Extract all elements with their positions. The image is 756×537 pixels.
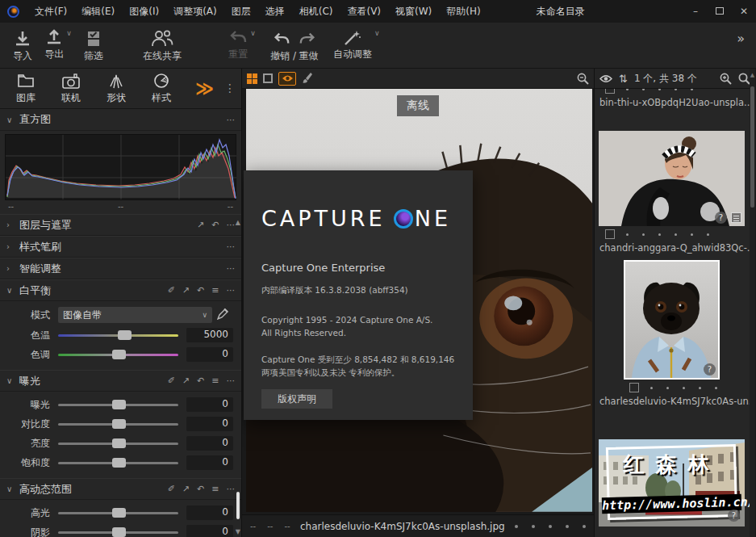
- brightness-slider[interactable]: [58, 438, 178, 449]
- share-button[interactable]: 在线共享: [139, 24, 186, 66]
- histogram-more-icon[interactable]: ···: [227, 115, 236, 124]
- scroll-up-icon[interactable]: ▲: [750, 72, 755, 78]
- scroll-up-icon[interactable]: ▲: [236, 219, 240, 226]
- copyright-notice-button[interactable]: 版权声明: [261, 389, 332, 409]
- wb-wand-icon[interactable]: ✐: [168, 286, 175, 295]
- panel-options-button[interactable]: ⋮: [224, 86, 236, 91]
- export-dropdown-icon[interactable]: ∨: [66, 29, 72, 37]
- saturation-value[interactable]: 0: [186, 455, 233, 470]
- hdr-wand-icon[interactable]: ✐: [168, 485, 175, 493]
- contrast-value[interactable]: 0: [186, 417, 233, 431]
- reset-dropdown-icon[interactable]: ∨: [250, 29, 256, 37]
- thumb-meta-row[interactable]: [605, 89, 755, 95]
- hdr-copy-icon[interactable]: ↗: [182, 485, 190, 493]
- thumbnail-charlesdeluvio-selected[interactable]: ?: [624, 260, 720, 380]
- left-panel-scrollbar[interactable]: ▲ ▼: [236, 219, 240, 535]
- rating-dots[interactable]: [626, 89, 693, 90]
- panel-expand-button[interactable]: ≫: [195, 78, 211, 99]
- undo-icon[interactable]: [273, 31, 290, 47]
- exposure-slider[interactable]: [58, 399, 178, 410]
- shadow-value[interactable]: 0: [186, 525, 233, 537]
- style-brush-section-header[interactable]: › 样式笔刷 ···: [0, 236, 241, 258]
- highlight-value[interactable]: 0: [186, 506, 233, 520]
- exposure-value[interactable]: 0: [186, 397, 233, 412]
- select-checkbox[interactable]: [605, 229, 615, 239]
- tab-shapes[interactable]: 形状: [94, 72, 139, 105]
- auto-adjust-dropdown-icon[interactable]: ∨: [374, 29, 380, 37]
- wb-eyedropper-icon[interactable]: [212, 308, 233, 323]
- proof-view-button[interactable]: [278, 72, 296, 86]
- hdr-section-header[interactable]: ∨ 高动态范围 ✐ ↗ ↶ ≡ ···: [0, 478, 241, 500]
- exposure-reset-icon[interactable]: ↶: [197, 376, 204, 385]
- reset-button[interactable]: 重置 ∨: [224, 24, 260, 66]
- tab-styles[interactable]: 样式: [139, 72, 184, 105]
- zoom-thumbnails-icon[interactable]: [720, 73, 732, 85]
- menu-window[interactable]: 视窗(W): [388, 0, 439, 23]
- zoom-fit-icon[interactable]: [577, 73, 589, 85]
- sort-icon[interactable]: ⇅: [619, 73, 628, 85]
- rating-dots[interactable]: [515, 525, 586, 528]
- thumb-filename[interactable]: chandri-anggara-Q_ahwid83Qc-...: [599, 242, 755, 254]
- eye-filter-icon[interactable]: [599, 74, 612, 83]
- metadata-badge-icon[interactable]: [731, 212, 741, 223]
- exposure-section-header[interactable]: ∨ 曝光 ✐ ↗ ↶ ≡ ···: [0, 370, 241, 392]
- tab-library[interactable]: 图库: [3, 72, 48, 105]
- rating-dots[interactable]: [650, 387, 717, 389]
- white-balance-section-header[interactable]: ∨ 白平衡 ✐ ↗ ↶ ≡ ···: [0, 279, 241, 301]
- wb-temp-slider[interactable]: [58, 329, 178, 341]
- layers-section-header[interactable]: › 图层与遮罩 ↗ ↶ ···: [0, 214, 241, 236]
- menu-file[interactable]: 文件(F): [27, 0, 74, 23]
- menu-edit[interactable]: 编辑(E): [74, 0, 122, 23]
- menu-help[interactable]: 帮助(H): [439, 0, 487, 23]
- redo-icon[interactable]: [299, 31, 316, 47]
- exposure-copy-icon[interactable]: ↗: [182, 376, 190, 385]
- wb-temp-value[interactable]: 5000: [186, 328, 233, 342]
- shadow-slider[interactable]: [58, 527, 178, 537]
- undo-redo-button[interactable]: 撤销 / 重做: [260, 24, 329, 66]
- import-button[interactable]: 导入: [5, 24, 40, 66]
- auto-adjust-button[interactable]: 自动调整 ∨: [329, 24, 384, 66]
- single-view-icon[interactable]: [263, 73, 273, 83]
- brush-icon[interactable]: [302, 72, 313, 85]
- hdr-more-icon[interactable]: ···: [227, 485, 236, 493]
- viewer-canvas[interactable]: 离线 CAPTURE NE Capture One Enterprise 内部编…: [242, 89, 594, 514]
- wb-presets-icon[interactable]: ≡: [211, 286, 219, 295]
- scrollbar-thumb[interactable]: [750, 86, 754, 208]
- menu-layers[interactable]: 图层: [224, 0, 258, 23]
- wb-copy-icon[interactable]: ↗: [182, 286, 190, 295]
- histogram-header[interactable]: ∨ 直方图 ···: [0, 109, 241, 131]
- exposure-presets-icon[interactable]: ≡: [211, 376, 219, 385]
- select-checkbox[interactable]: [605, 89, 615, 94]
- thumbnail-building[interactable]: 红森林 http://www.hoslin.cn/ ?: [599, 439, 745, 527]
- contrast-slider[interactable]: [58, 418, 178, 430]
- export-button[interactable]: 导出 ∨: [40, 24, 76, 66]
- wb-mode-select[interactable]: 图像自带 ∨: [58, 307, 212, 323]
- scrollbar-thumb[interactable]: [236, 492, 240, 519]
- question-badge-icon[interactable]: ?: [715, 212, 727, 224]
- close-button[interactable]: ✕: [732, 0, 756, 23]
- smart-adjust-section-header[interactable]: › 智能调整 ···: [0, 258, 241, 279]
- wb-more-icon[interactable]: ···: [227, 286, 236, 295]
- layers-copy-icon[interactable]: ↗: [197, 220, 204, 229]
- style-brush-more-icon[interactable]: ···: [227, 242, 236, 251]
- maximize-button[interactable]: [708, 0, 732, 23]
- wb-reset-icon[interactable]: ↶: [197, 286, 204, 295]
- rating-dots[interactable]: [626, 233, 709, 236]
- question-badge-icon[interactable]: ?: [728, 510, 740, 522]
- thumbnail-chandri[interactable]: ?: [599, 131, 745, 226]
- hdr-reset-icon[interactable]: ↶: [197, 485, 204, 493]
- layers-more-icon[interactable]: ···: [227, 220, 236, 229]
- multi-view-icon[interactable]: [247, 73, 257, 84]
- exposure-more-icon[interactable]: ···: [227, 376, 236, 385]
- minimize-button[interactable]: –: [683, 0, 708, 23]
- toolbar-overflow-button[interactable]: »: [737, 31, 751, 46]
- search-icon[interactable]: [738, 73, 750, 85]
- hdr-presets-icon[interactable]: ≡: [211, 485, 219, 493]
- menu-image[interactable]: 图像(I): [122, 0, 166, 23]
- smart-adjust-more-icon[interactable]: ···: [227, 264, 236, 273]
- question-badge-icon[interactable]: ?: [704, 363, 716, 375]
- thumb-meta-row[interactable]: [605, 228, 755, 241]
- wb-tint-slider[interactable]: [58, 349, 178, 360]
- scroll-down-icon[interactable]: ▼: [236, 528, 240, 535]
- menu-select[interactable]: 选择: [258, 0, 292, 23]
